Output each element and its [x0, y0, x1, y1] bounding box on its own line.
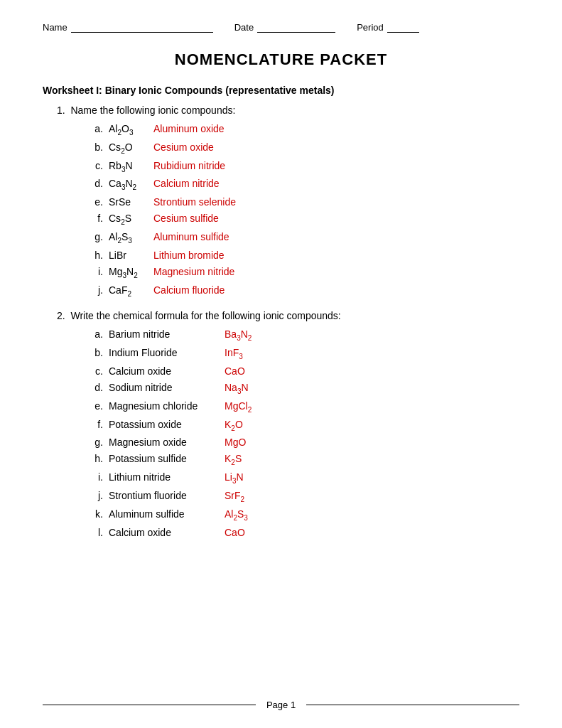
answer: Strontium selenide: [153, 196, 236, 208]
item-label: f.: [89, 213, 103, 224]
question2: 2. Write the chemical formula for the fo…: [43, 310, 519, 537]
header: Name Date Period: [43, 21, 519, 33]
item-label: e.: [89, 196, 103, 208]
answer: Calcium nitride: [153, 178, 220, 189]
item-label: h.: [89, 453, 103, 464]
formula: Ca3N2: [109, 178, 148, 191]
formula: SrSe: [109, 196, 148, 208]
compound-name: Strontium fluoride: [109, 490, 219, 501]
list-item: h. Potassium sulfide K2S: [89, 453, 519, 466]
formula: Mg3N2: [109, 266, 148, 279]
date-label: Date: [234, 22, 254, 33]
item-label: e.: [89, 400, 103, 412]
name-field: Name: [43, 21, 213, 33]
answer: Aluminum oxide: [153, 123, 225, 134]
footer-line-right: [306, 705, 519, 705]
compound-name: Magnesium chloride: [109, 400, 219, 412]
formula: Al2S3: [109, 231, 148, 245]
answer: Na3N: [225, 382, 249, 395]
answer: SrF2: [225, 490, 244, 503]
list-item: a. Al2O3 Aluminum oxide: [89, 123, 519, 136]
page-number: Page 1: [256, 700, 306, 710]
item-label: f.: [89, 419, 103, 430]
list-item: b. Indium Fluoride InF3: [89, 347, 519, 360]
formula: Rb3N: [109, 160, 148, 173]
item-label: j.: [89, 490, 103, 501]
answer: Ba3N2: [225, 328, 252, 342]
list-item: j. CaF2 Calcium fluoride: [89, 284, 519, 298]
formula: CaF2: [109, 284, 148, 298]
list-item: i. Lithium nitride Li3N: [89, 471, 519, 485]
formula: Al2O3: [109, 123, 148, 136]
answer: MgCl2: [225, 400, 252, 414]
item-label: h.: [89, 250, 103, 261]
question2-text: 2. Write the chemical formula for the fo…: [57, 310, 519, 321]
item-label: a.: [89, 328, 103, 340]
item-label: d.: [89, 382, 103, 393]
list-item: f. Cs2S Cesium sulfide: [89, 213, 519, 226]
compound-name: Potassium oxide: [109, 419, 219, 430]
list-item: l. Calcium oxide CaO: [89, 527, 519, 538]
answer: K2S: [225, 453, 242, 466]
list-item: i. Mg3N2 Magnesium nitride: [89, 266, 519, 279]
footer-line-left: [43, 705, 256, 705]
item-label: d.: [89, 178, 103, 189]
answer: CaO: [225, 365, 245, 377]
list-item: g. Al2S3 Aluminum sulfide: [89, 231, 519, 245]
name-label: Name: [43, 22, 67, 33]
period-field: Period: [357, 21, 419, 33]
list-item: g. Magnesium oxide MgO: [89, 437, 519, 448]
item-label: c.: [89, 160, 103, 171]
date-field: Date: [234, 21, 335, 33]
answer: Calcium fluoride: [153, 284, 225, 296]
formula: Cs2S: [109, 213, 148, 226]
question1-items: a. Al2O3 Aluminum oxide b. Cs2O Cesium o…: [89, 123, 519, 297]
question1: 1. Name the following ionic compounds: a…: [43, 105, 519, 297]
list-item: h. LiBr Lithium bromide: [89, 250, 519, 261]
compound-name: Lithium nitride: [109, 471, 219, 483]
name-underline: [71, 21, 213, 33]
page-footer: Page 1: [0, 700, 562, 710]
compound-name: Calcium oxide: [109, 527, 219, 538]
list-item: e. SrSe Strontium selenide: [89, 196, 519, 208]
item-label: a.: [89, 123, 103, 134]
answer: CaO: [225, 527, 245, 538]
list-item: c. Calcium oxide CaO: [89, 365, 519, 377]
answer: InF3: [225, 347, 243, 360]
compound-name: Calcium oxide: [109, 365, 219, 377]
item-label: k.: [89, 508, 103, 520]
compound-name: Potassium sulfide: [109, 453, 219, 464]
item-label: b.: [89, 347, 103, 358]
list-item: f. Potassium oxide K2O: [89, 419, 519, 432]
list-item: d. Sodium nitride Na3N: [89, 382, 519, 395]
compound-name: Barium nitride: [109, 328, 219, 340]
item-label: i.: [89, 266, 103, 277]
answer: Cesium oxide: [153, 141, 214, 153]
answer: Rubidium nitride: [153, 160, 225, 171]
question1-text: 1. Name the following ionic compounds:: [57, 105, 519, 116]
date-underline: [257, 21, 335, 33]
list-item: c. Rb3N Rubidium nitride: [89, 160, 519, 173]
list-item: e. Magnesium chloride MgCl2: [89, 400, 519, 414]
worksheet1-title: Worksheet I: Binary Ionic Compounds (rep…: [43, 85, 519, 96]
item-label: c.: [89, 365, 103, 377]
page-title: Nomenclature Packet: [43, 50, 519, 69]
item-label: g.: [89, 231, 103, 242]
period-underline: [387, 21, 419, 33]
item-label: l.: [89, 527, 103, 538]
item-label: g.: [89, 437, 103, 448]
answer: Cesium sulfide: [153, 213, 219, 224]
formula: Cs2O: [109, 141, 148, 155]
compound-name: Sodium nitride: [109, 382, 219, 393]
compound-name: Magnesium oxide: [109, 437, 219, 448]
answer: Lithium bromide: [153, 250, 225, 261]
list-item: b. Cs2O Cesium oxide: [89, 141, 519, 155]
list-item: d. Ca3N2 Calcium nitride: [89, 178, 519, 191]
period-label: Period: [357, 22, 384, 33]
list-item: j. Strontium fluoride SrF2: [89, 490, 519, 503]
answer: K2O: [225, 419, 243, 432]
question2-items: a. Barium nitride Ba3N2 b. Indium Fluori…: [89, 328, 519, 537]
answer: Al2S3: [225, 508, 248, 522]
list-item: k. Aluminum sulfide Al2S3: [89, 508, 519, 522]
formula: LiBr: [109, 250, 148, 261]
